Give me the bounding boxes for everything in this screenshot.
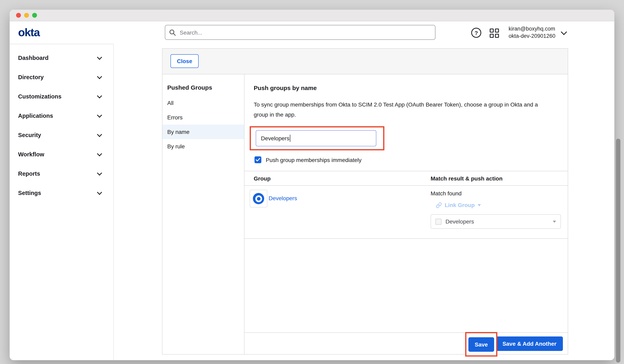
window-titlebar [10, 10, 614, 21]
check-icon [256, 158, 260, 162]
table-header: Group Match result & push action [244, 171, 568, 186]
save-button[interactable]: Save [468, 337, 494, 352]
minimize-window-icon[interactable] [24, 13, 29, 18]
sidebar-item-directory[interactable]: Directory [10, 68, 113, 87]
chevron-down-icon [561, 29, 567, 35]
intro-section: Push groups by name To sync group member… [244, 74, 568, 171]
link-group-dropdown[interactable]: Link Group [436, 202, 568, 208]
okta-logo: okta [18, 26, 40, 39]
group-name-input[interactable]: Developers [256, 130, 376, 146]
table-row: Developers Match found [244, 186, 568, 239]
section-title: Push groups by name [254, 84, 558, 91]
group-placeholder-icon [435, 218, 442, 225]
screenshot-stage: okta ? kiran@boxyhq.com okta-dev-2090126… [0, 0, 624, 364]
push-immediately-checkbox[interactable] [255, 156, 261, 163]
match-cell: Match found Link Group [431, 186, 568, 238]
user-account-menu[interactable]: kiran@boxyhq.com okta-dev-20901260 [509, 25, 566, 40]
help-icon[interactable]: ? [471, 28, 481, 38]
pushed-groups-nav: Pushed Groups All Errors By name By rule [162, 74, 244, 354]
target-group-select[interactable]: Developers [431, 214, 561, 229]
chevron-down-icon [97, 113, 102, 118]
chevron-down-icon [97, 190, 102, 195]
group-cell: Developers [244, 186, 431, 238]
push-groups-panel: Close Pushed Groups All Errors By name B… [162, 48, 568, 355]
group-link[interactable]: Developers [269, 195, 297, 238]
main-content: Close Pushed Groups All Errors By name B… [114, 44, 614, 360]
close-button[interactable]: Close [170, 54, 199, 68]
app-window: okta ? kiran@boxyhq.com okta-dev-2090126… [10, 10, 614, 360]
nav-item-by-rule[interactable]: By rule [162, 139, 244, 154]
user-email: kiran@boxyhq.com [509, 25, 555, 32]
chevron-down-icon [553, 221, 556, 223]
column-group: Group [244, 175, 431, 182]
group-icon-box [250, 190, 267, 208]
sidebar-item-dashboard[interactable]: Dashboard [10, 48, 113, 68]
app-body: Dashboard Directory Customizations Appli… [10, 44, 614, 360]
sidebar-item-reports[interactable]: Reports [10, 164, 113, 183]
chevron-down-icon [97, 55, 102, 60]
chevron-down-icon [97, 170, 102, 176]
push-immediately-row: Push group memberships immediately [255, 156, 558, 163]
sidebar-item-applications[interactable]: Applications [10, 106, 113, 126]
zoom-window-icon[interactable] [32, 13, 37, 18]
match-status: Match found [431, 190, 568, 197]
chevron-down-icon [97, 74, 102, 79]
chevron-down-icon [97, 93, 102, 98]
link-icon [436, 202, 442, 208]
annotation-save-button: Save [465, 332, 497, 357]
org-name: okta-dev-20901260 [509, 32, 555, 40]
panel-toolbar: Close [162, 49, 568, 74]
text-caret [290, 135, 290, 142]
by-name-content: Push groups by name To sync group member… [244, 74, 568, 354]
sidebar-nav: Dashboard Directory Customizations Appli… [10, 44, 114, 360]
okta-group-icon [253, 193, 264, 204]
sidebar-item-security[interactable]: Security [10, 126, 113, 145]
nav-item-all[interactable]: All [162, 96, 244, 110]
close-window-icon[interactable] [16, 13, 21, 18]
panel-footer: Save Save & Add Another [244, 333, 568, 354]
column-match-result: Match result & push action [431, 175, 568, 182]
global-search[interactable] [165, 25, 435, 40]
chevron-down-icon [477, 204, 481, 206]
apps-grid-icon[interactable] [490, 28, 499, 38]
push-immediately-label: Push group memberships immediately [266, 156, 362, 163]
nav-item-errors[interactable]: Errors [162, 110, 244, 125]
pushed-groups-title: Pushed Groups [167, 84, 244, 91]
annotation-group-input: Developers [250, 126, 384, 150]
sidebar-item-customizations[interactable]: Customizations [10, 87, 113, 106]
panel-body: Pushed Groups All Errors By name By rule… [162, 74, 568, 354]
empty-area [244, 239, 568, 333]
chevron-down-icon [97, 151, 102, 156]
sidebar-item-workflow[interactable]: Workflow [10, 145, 113, 164]
search-icon [169, 29, 176, 36]
vertical-scrollbar[interactable] [616, 139, 620, 363]
sidebar-item-settings[interactable]: Settings [10, 183, 113, 203]
nav-item-by-name[interactable]: By name [162, 125, 244, 139]
chevron-down-icon [97, 132, 102, 137]
app-header: okta ? kiran@boxyhq.com okta-dev-2090126… [10, 21, 614, 44]
section-description: To sync group memberships from Okta to S… [254, 100, 553, 120]
search-input[interactable] [179, 29, 431, 36]
user-identity: kiran@boxyhq.com okta-dev-20901260 [509, 25, 555, 40]
save-add-another-button[interactable]: Save & Add Another [496, 336, 563, 351]
